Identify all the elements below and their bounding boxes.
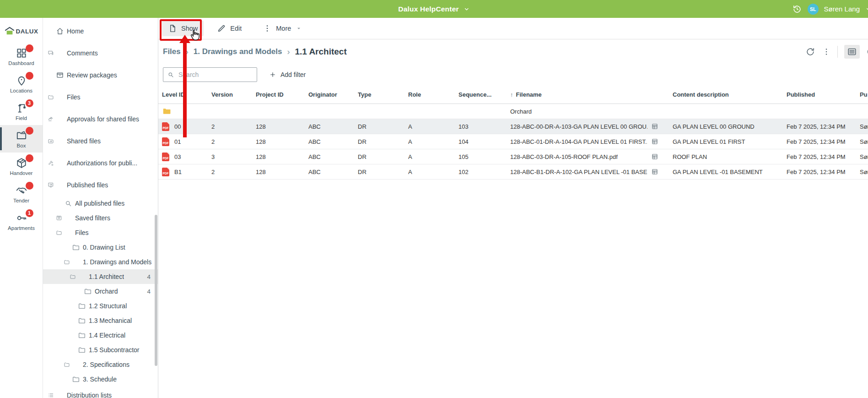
more-options-button[interactable]: [822, 47, 831, 56]
sheet-icon[interactable]: [651, 168, 658, 175]
table-row[interactable]: PDF 03 3 128 ABC DR A 105 128-ABC-03-DR-…: [158, 149, 868, 164]
sidebar-item-label: 1.3 Mechanical: [89, 317, 132, 324]
folder-row[interactable]: Orchard: [158, 104, 868, 119]
distlist-icon: [56, 391, 67, 398]
sidebar-item-all-published-files[interactable]: All published files: [43, 196, 158, 211]
sidebar-item-label: 1.2 Structural: [89, 302, 127, 310]
notification-badge: 3: [26, 99, 33, 107]
sidebar-item-review-packages[interactable]: Review packages: [43, 64, 158, 86]
sidebar-item-1-drawings-and-models[interactable]: 1. Drawings and Models: [43, 255, 158, 269]
column-header-type[interactable]: Type: [358, 91, 408, 98]
history-button[interactable]: [792, 4, 802, 14]
breadcrumb-link[interactable]: Files: [163, 47, 181, 56]
refresh-button[interactable]: [805, 47, 815, 57]
column-header-published[interactable]: Published: [787, 91, 860, 98]
cell-published: Feb 7 2025, 12:34 PM: [787, 153, 860, 160]
sidebar-item-label: Orchard: [95, 288, 118, 295]
search-input[interactable]: [178, 71, 253, 79]
sidebar-item-1-3-mechanical[interactable]: 1.3 Mechanical: [43, 313, 158, 328]
search-box[interactable]: [163, 67, 257, 82]
cell-description: GA PLAN LEVEL 01 FIRST: [673, 138, 787, 145]
breadcrumb: Files›1. Drawings and Models›1.1 Archite…: [158, 39, 868, 64]
rail-item-handover[interactable]: Handover: [0, 153, 43, 180]
column-header-pu[interactable]: Pu: [860, 91, 868, 98]
sidebar-item-published-files[interactable]: Published files: [43, 174, 158, 196]
sheet-icon[interactable]: [651, 138, 658, 145]
add-filter-button[interactable]: Add filter: [269, 71, 306, 78]
dalux-logo[interactable]: DALUX: [0, 18, 43, 43]
user-name[interactable]: Søren Lang: [824, 5, 860, 13]
divider: [837, 46, 838, 58]
sidebar-item-approvals-for-shared-files[interactable]: Approvals for shared files: [43, 108, 158, 130]
sidebar-scrollbar[interactable]: [155, 215, 157, 366]
sidebar-item-saved-filters[interactable]: Saved filters: [43, 211, 158, 225]
sidebar-item-2-specifications[interactable]: 2. Specifications: [43, 357, 158, 372]
sidebar-item-orchard[interactable]: Orchard 4: [43, 284, 158, 299]
sidebar-item-distribution-lists[interactable]: Distribution lists: [43, 387, 158, 398]
sidebar-item-home[interactable]: Home: [43, 20, 158, 42]
sidebar-item-1-5-subcontractor[interactable]: 1.5 Subcontractor: [43, 343, 158, 357]
rail-item-locations[interactable]: Locations: [0, 70, 43, 98]
chevron-down-icon: [56, 229, 64, 236]
folder-icon: [78, 331, 89, 339]
sidebar-item-comments[interactable]: Comments: [43, 42, 158, 64]
column-header-originator[interactable]: Originator: [308, 91, 358, 98]
rail-item-box[interactable]: Box: [0, 125, 43, 153]
sidebar-item-shared-files[interactable]: Shared files: [43, 130, 158, 152]
breadcrumb-separator: ›: [287, 47, 290, 57]
sidebar-item-3-schedule[interactable]: 3. Schedule: [43, 372, 158, 387]
sidebar-item-0-drawing-list[interactable]: 0. Drawing List: [43, 240, 158, 255]
table-row[interactable]: PDF 01 2 128 ABC DR A 104 128-ABC-01-DR-…: [158, 134, 868, 149]
column-header-role[interactable]: Role: [408, 91, 458, 98]
cell-role: A: [408, 153, 458, 160]
sort-asc-icon: ↑: [510, 91, 513, 98]
cell-published-by: Søren Lang: [860, 169, 868, 175]
more-button[interactable]: More: [257, 21, 308, 36]
column-header-version[interactable]: Version: [211, 91, 256, 98]
secondary-view-toggle[interactable]: [866, 47, 868, 57]
sidebar-item-label: Authorizations for publi...: [67, 159, 137, 167]
cell-level-id: 01: [174, 138, 181, 145]
project-switcher[interactable]: Dalux HelpCenter: [398, 5, 469, 13]
boxfolder-icon: [16, 130, 27, 142]
sheet-icon[interactable]: [651, 153, 658, 160]
column-header-project-id[interactable]: Project ID: [256, 91, 308, 98]
rail-item-field[interactable]: 3 Field: [0, 98, 43, 125]
list-view-toggle[interactable]: [844, 45, 860, 59]
column-header-filename[interactable]: ↑Filename: [510, 91, 673, 98]
cell-filename: 128-ABC-B1-DR-A-102-GA PLAN LEVEL -01 BA…: [510, 169, 647, 175]
rail-item-tender[interactable]: Tender: [0, 180, 43, 207]
sidebar-item-1-4-electrical[interactable]: 1.4 Electrical: [43, 328, 158, 343]
cell-type: DR: [358, 153, 408, 160]
cell-published-by: Søren Lang: [860, 123, 868, 130]
sidebar-item-label: Distribution lists: [67, 392, 112, 398]
rail-item-apartments[interactable]: 1 Apartments: [0, 207, 43, 235]
sidebar-item-label: 2. Specifications: [83, 361, 129, 368]
folder-icon: [84, 287, 95, 295]
folder-icon: [78, 316, 89, 325]
sidebar-item-files[interactable]: Files: [43, 225, 158, 240]
savedfilter-icon: [64, 214, 75, 222]
column-header-content-description[interactable]: Content description: [673, 91, 787, 98]
sidebar-item-1-1-architect[interactable]: 1.1 Architect 4: [43, 269, 158, 284]
avatar[interactable]: SL: [808, 4, 819, 15]
sidebar-item-files[interactable]: Files: [43, 86, 158, 108]
sheet-icon[interactable]: [651, 123, 658, 130]
table-row[interactable]: PDF B1 2 128 ABC DR A 102 128-ABC-B1-DR-…: [158, 164, 868, 180]
kebab-icon: [263, 24, 272, 33]
sidebar-item-1-2-structural[interactable]: 1.2 Structural: [43, 299, 158, 313]
show-button[interactable]: Show: [162, 21, 204, 36]
pin-icon: [16, 75, 27, 87]
pdf-icon: PDF: [162, 137, 169, 146]
cell-role: A: [408, 169, 458, 175]
edit-button[interactable]: Edit: [211, 21, 248, 36]
column-header-sequence[interactable]: Sequence...: [458, 91, 510, 98]
sidebar-item-authorizations-for-publi[interactable]: Authorizations for publi...: [43, 152, 158, 174]
folder-icon: [72, 258, 83, 266]
module-rail: DALUX Dashboard Locations 3 Field Box Ha…: [0, 18, 43, 398]
column-header-level-id[interactable]: Level ID: [162, 91, 211, 98]
table-row[interactable]: PDF 00 2 128 ABC DR A 103 128-ABC-00-DR-…: [158, 119, 868, 134]
rail-item-dashboard[interactable]: Dashboard: [0, 43, 43, 70]
breadcrumb-link[interactable]: 1. Drawings and Models: [194, 47, 282, 56]
cell-project-id: 128: [256, 153, 308, 160]
